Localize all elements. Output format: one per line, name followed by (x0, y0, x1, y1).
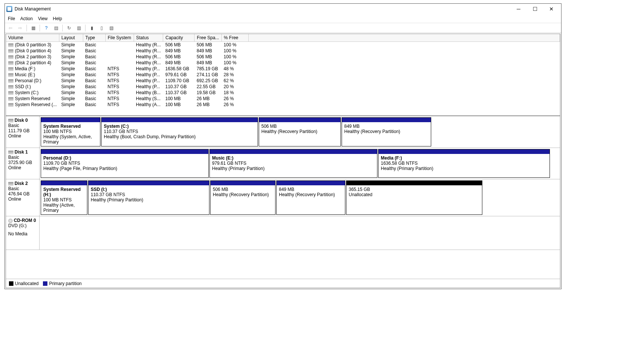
menu-view[interactable]: View (38, 16, 48, 21)
refresh-icon[interactable]: ↻ (65, 24, 73, 32)
volume-row[interactable]: SSD (I:)SimpleBasicNTFSHealthy (P...110.… (6, 84, 560, 90)
minimize-button[interactable]: ─ (510, 4, 527, 14)
disk-header[interactable]: Disk 1 Basic3725.90 GBOnline (6, 148, 40, 179)
partition[interactable]: System Reserved100 MB NTFSHealthy (Syste… (41, 117, 100, 146)
volume-icon (8, 103, 13, 107)
column-header[interactable]: File System (105, 34, 134, 42)
cdrom-icon (8, 219, 13, 223)
volume-icon (8, 73, 13, 77)
volume-row[interactable]: Music (E:)SimpleBasicNTFSHealthy (P...97… (6, 72, 560, 78)
volume-row[interactable]: (Disk 2 partition 3)SimpleBasicHealthy (… (6, 54, 560, 60)
volumes-table[interactable]: VolumeLayoutTypeFile SystemStatusCapacit… (6, 34, 560, 108)
cdrom-row[interactable]: CD-ROM 0 DVD (G:)No Media (6, 216, 560, 250)
titlebar[interactable]: Disk Management ─ ☐ ✕ (5, 4, 561, 14)
rescan-icon[interactable]: ▥ (75, 24, 83, 32)
close-button[interactable]: ✕ (543, 4, 560, 14)
volume-row[interactable]: System (C:)SimpleBasicNTFSHealthy (B...1… (6, 90, 560, 96)
disk-row[interactable]: Disk 2 Basic476.94 GBOnline System Reser… (6, 179, 560, 216)
disk-row[interactable]: Disk 1 Basic3725.90 GBOnline Personal (D… (6, 148, 560, 179)
menu-file[interactable]: File (8, 16, 15, 21)
partition[interactable]: System Reserved (H:)100 MB NTFSHealthy (… (41, 180, 87, 215)
detach-vhd-icon[interactable]: ▯ (97, 24, 106, 32)
partition-color-bar (342, 118, 431, 122)
more-icon[interactable]: ▧ (107, 24, 115, 32)
column-header[interactable]: Capacity (163, 34, 195, 42)
column-header[interactable]: Layout (59, 34, 83, 42)
toolbar: ⇦ ⇨ ▦ ? ▤ ↻ ▥ ▮ ▯ ▧ (5, 23, 561, 33)
legend-label-unallocated: Unallocated (15, 281, 38, 286)
volume-icon (8, 91, 13, 95)
volume-icon (8, 49, 13, 53)
content-area: VolumeLayoutTypeFile SystemStatusCapacit… (6, 34, 560, 288)
disk-partitions: Personal (D:)1109.70 GB NTFSHealthy (Pag… (40, 148, 560, 179)
menu-action[interactable]: Action (20, 16, 32, 21)
disk-row[interactable]: Disk 0 Basic111.79 GBOnline System Reser… (6, 116, 560, 148)
partition[interactable]: 849 MBHealthy (Recovery Partition) (276, 180, 345, 215)
volume-icon (8, 61, 13, 65)
partition[interactable]: Personal (D:)1109.70 GB NTFSHealthy (Pag… (41, 149, 209, 178)
column-header[interactable]: % Free (221, 34, 248, 42)
volume-icon (8, 55, 13, 59)
legend-swatch-unallocated (9, 281, 13, 286)
partition-color-bar (259, 118, 340, 122)
volumes-list-pane[interactable]: VolumeLayoutTypeFile SystemStatusCapacit… (6, 34, 560, 116)
legend: Unallocated Primary partition (6, 279, 560, 288)
volume-row[interactable]: System ReservedSimpleBasicNTFSHealthy (S… (6, 96, 560, 102)
disk-icon (8, 151, 13, 154)
volume-icon (8, 79, 13, 83)
partition-color-bar (41, 149, 208, 154)
partition[interactable]: SSD (I:)110.37 GB NTFSHealthy (Primary P… (88, 180, 209, 215)
partition[interactable]: Media (F:)1636.58 GB NTFSHealthy (Primar… (378, 149, 550, 178)
volume-row[interactable]: (Disk 2 partition 4)SimpleBasicHealthy (… (6, 60, 560, 66)
help-icon[interactable]: ? (42, 24, 50, 32)
partition-color-bar (210, 149, 377, 154)
volume-icon (8, 97, 13, 101)
column-header[interactable]: Type (83, 34, 105, 42)
volume-icon (8, 43, 13, 47)
volume-row[interactable]: (Disk 0 partition 3)SimpleBasicHealthy (… (6, 42, 560, 48)
partition[interactable]: 849 MBHealthy (Recovery Partition) (342, 117, 431, 146)
partition[interactable]: 506 MBHealthy (Recovery Partition) (259, 117, 341, 146)
partition-color-bar (379, 149, 550, 154)
disk-header[interactable]: Disk 2 Basic476.94 GBOnline (6, 179, 40, 216)
volume-row[interactable]: Personal (D:)SimpleBasicNTFSHealthy (P..… (6, 78, 560, 84)
legend-swatch-primary (43, 281, 47, 286)
column-header[interactable]: Status (134, 34, 163, 42)
partition-color-bar (41, 118, 100, 122)
disk-partitions: System Reserved100 MB NTFSHealthy (Syste… (40, 116, 560, 148)
back-icon[interactable]: ⇦ (6, 24, 15, 32)
partition-color-bar (277, 181, 345, 185)
volume-row[interactable]: (Disk 0 partition 4)SimpleBasicHealthy (… (6, 48, 560, 54)
menu-help[interactable]: Help (53, 16, 62, 21)
menubar: File Action View Help (5, 14, 561, 23)
partition[interactable]: 506 MBHealthy (Recovery Partition) (210, 180, 276, 215)
forward-icon[interactable]: ⇨ (16, 24, 24, 32)
volume-row[interactable]: Media (F:)SimpleBasicNTFSHealthy (P...16… (6, 66, 560, 72)
properties-icon[interactable]: ▤ (52, 24, 60, 32)
show-hide-icon[interactable]: ▦ (29, 24, 37, 32)
partition[interactable]: Music (E:)979.61 GB NTFSHealthy (Primary… (209, 149, 377, 178)
volume-row[interactable]: System Reserved (...SimpleBasicNTFSHealt… (6, 102, 560, 108)
partition[interactable]: System (C:)110.37 GB NTFSHealthy (Boot, … (101, 117, 258, 146)
maximize-button[interactable]: ☐ (527, 4, 543, 14)
app-icon (6, 6, 12, 12)
legend-label-primary: Primary partition (49, 281, 81, 286)
cdrom-header[interactable]: CD-ROM 0 DVD (G:)No Media (6, 216, 40, 250)
disk-icon (8, 119, 13, 123)
disk-management-window: Disk Management ─ ☐ ✕ File Action View H… (4, 3, 561, 289)
partition-color-bar (346, 181, 482, 185)
partition-color-bar (102, 118, 258, 122)
partition[interactable]: 365.15 GBUnallocated (346, 180, 482, 215)
graphical-view-pane[interactable]: Disk 0 Basic111.79 GBOnline System Reser… (6, 116, 560, 279)
partition-color-bar (211, 181, 275, 185)
disk-header[interactable]: Disk 0 Basic111.79 GBOnline (6, 116, 40, 148)
partition-color-bar (41, 181, 87, 185)
column-header[interactable]: Volume (6, 34, 59, 42)
window-title: Disk Management (15, 6, 510, 12)
column-header[interactable]: Free Spa... (195, 34, 221, 42)
attach-vhd-icon[interactable]: ▮ (88, 24, 96, 32)
volume-icon (8, 85, 13, 89)
disk-icon (8, 182, 13, 186)
disk-partitions: System Reserved (H:)100 MB NTFSHealthy (… (40, 179, 560, 216)
volume-icon (8, 67, 13, 71)
